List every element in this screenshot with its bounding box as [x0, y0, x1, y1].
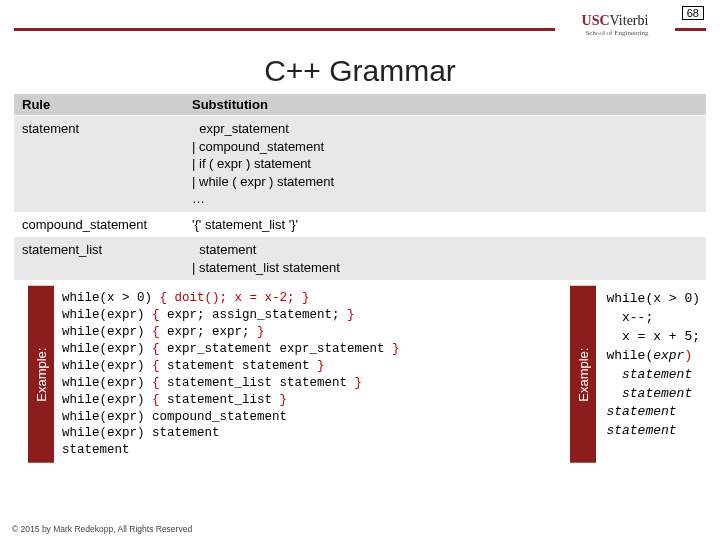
example-label-left: Example:: [28, 286, 54, 463]
logo-subtitle: School of Engineering: [582, 29, 649, 37]
table-row: statement_list statement | statement_lis…: [14, 237, 706, 280]
slide-title: C++ Grammar: [0, 54, 720, 88]
left-example-body: while(x > 0) { doit(); x = x-2; } while(…: [54, 286, 408, 463]
substitution-cell: '{' statement_list '}': [184, 212, 706, 238]
right-example-body: while(x > 0) x--; x = x + 5; while(expr)…: [596, 286, 710, 463]
usc-viterbi-logo: USCViterbi School of Engineering: [555, 2, 675, 46]
logo-usc-text: USC: [582, 13, 610, 28]
substitution-cell: expr_statement | compound_statement | if…: [184, 116, 706, 212]
rule-cell: statement: [14, 116, 184, 212]
table-row: compound_statement '{' statement_list '}…: [14, 212, 706, 238]
rule-cell: compound_statement: [14, 212, 184, 238]
example-label-right: Example:: [570, 286, 596, 463]
col-substitution-header: Substitution: [184, 94, 706, 116]
left-example-box: Example: while(x > 0) { doit(); x = x-2;…: [28, 286, 408, 463]
grammar-table: Rule Substitution statement expr_stateme…: [14, 94, 706, 280]
page-number: 68: [682, 6, 704, 20]
logo-viterbi-text: Viterbi: [610, 13, 649, 28]
table-row: statement expr_statement | compound_stat…: [14, 116, 706, 212]
header: USCViterbi School of Engineering 68: [0, 0, 720, 50]
examples-row: Example: while(x > 0) { doit(); x = x-2;…: [0, 286, 720, 463]
col-rule-header: Rule: [14, 94, 184, 116]
rule-cell: statement_list: [14, 237, 184, 280]
right-example-box: Example: while(x > 0) x--; x = x + 5; wh…: [570, 286, 710, 463]
copyright-footer: © 2015 by Mark Redekopp, All Rights Rese…: [12, 524, 192, 534]
substitution-cell: statement | statement_list statement: [184, 237, 706, 280]
table-header-row: Rule Substitution: [14, 94, 706, 116]
